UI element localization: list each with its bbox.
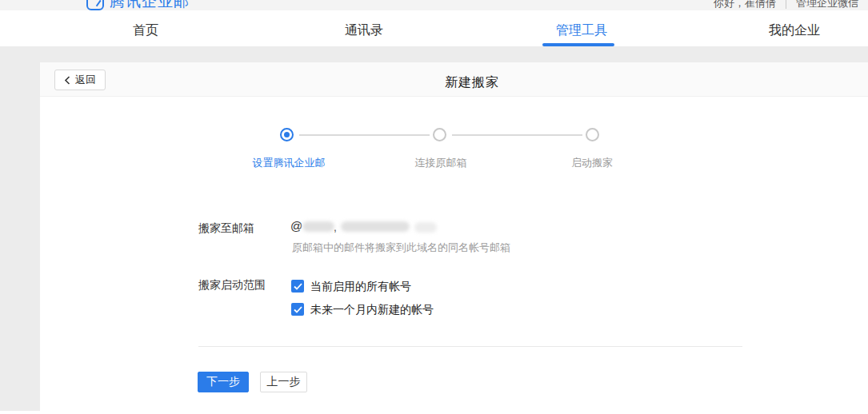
checkbox-label-future-accounts[interactable]: 未来一个月内新建的帐号 xyxy=(310,303,434,317)
migrate-domain-at: @ xyxy=(290,219,302,233)
screen: 腾讯企业邮 你好，崔倩倩 管理企业微信 首页 通讯录 管理工具 我的企业 返回 … xyxy=(0,0,868,414)
checkbox-label-current-accounts[interactable]: 当前启用的所有帐号 xyxy=(310,280,411,294)
tab-admin-tools[interactable]: 管理工具 xyxy=(556,22,607,39)
step-3-label: 启动搬家 xyxy=(571,156,613,170)
tab-my-company[interactable]: 我的企业 xyxy=(769,22,820,39)
logo: 腾讯企业邮 xyxy=(86,0,190,10)
redacted-domain-separator: , xyxy=(334,221,337,233)
manage-wecom-link[interactable]: 管理企业微信 xyxy=(796,0,858,10)
step-1-indicator xyxy=(280,128,294,141)
field-label-scope: 搬家启动范围 xyxy=(198,278,266,293)
exmail-logo-icon xyxy=(86,0,104,10)
step-3-indicator xyxy=(586,128,599,141)
next-step-button[interactable]: 下一步 xyxy=(198,372,249,392)
stepper-line-1 xyxy=(299,134,430,136)
checkbox-current-accounts[interactable] xyxy=(291,280,304,293)
main-nav: 首页 通讯录 管理工具 我的企业 xyxy=(0,10,868,46)
content-card xyxy=(40,62,868,411)
check-icon xyxy=(294,283,302,290)
redacted-domain-part-2 xyxy=(341,221,410,232)
topbar-right: 你好，崔倩倩 管理企业微信 xyxy=(714,0,858,10)
stepper-line-2 xyxy=(452,134,582,136)
check-icon xyxy=(294,306,302,313)
user-greeting: 你好，崔倩倩 xyxy=(714,0,776,10)
field-label-migrate-to: 搬家至邮箱 xyxy=(198,221,254,236)
migrate-domain-hint: 原邮箱中的邮件将搬家到此域名的同名帐号邮箱 xyxy=(292,241,510,255)
prev-step-button[interactable]: 上一步 xyxy=(260,372,307,392)
tab-home[interactable]: 首页 xyxy=(133,22,158,39)
step-1-dot xyxy=(284,132,290,137)
section-divider xyxy=(198,346,742,347)
back-button-label: 返回 xyxy=(75,73,96,87)
redacted-domain-part-1 xyxy=(302,221,334,232)
back-chevron-icon xyxy=(64,76,70,85)
step-2-indicator xyxy=(433,128,446,141)
checkbox-future-accounts[interactable] xyxy=(291,303,304,316)
step-1-label: 设置腾讯企业邮 xyxy=(253,156,326,170)
redacted-domain-part-3 xyxy=(414,222,437,233)
page-title: 新建搬家 xyxy=(445,74,499,91)
logo-text: 腾讯企业邮 xyxy=(110,0,190,10)
back-button[interactable]: 返回 xyxy=(54,70,106,90)
topbar-divider xyxy=(786,0,786,9)
top-bar: 腾讯企业邮 你好，崔倩倩 管理企业微信 xyxy=(0,0,868,10)
tab-contacts[interactable]: 通讯录 xyxy=(345,22,383,39)
step-2-label: 连接原邮箱 xyxy=(415,156,467,170)
